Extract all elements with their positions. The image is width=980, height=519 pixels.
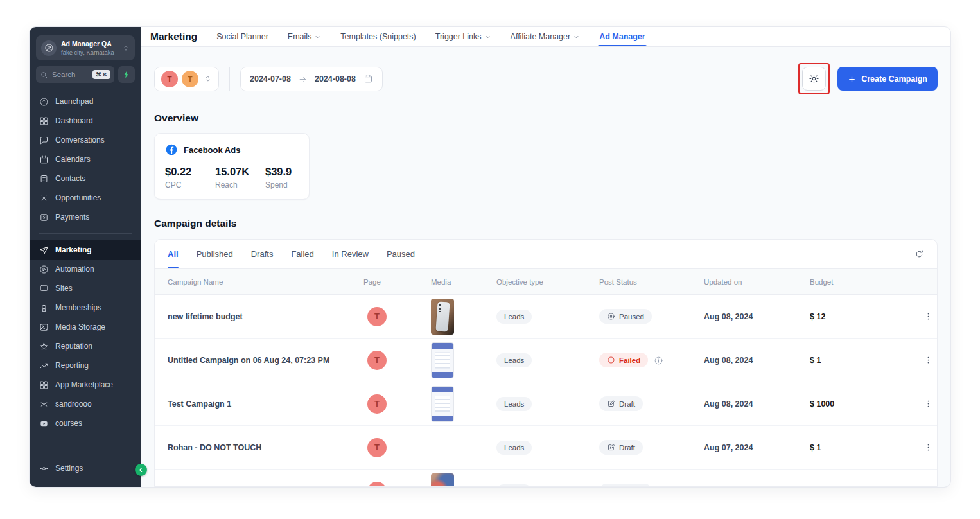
person-pin-icon — [44, 43, 54, 53]
ad-settings-button[interactable] — [802, 67, 826, 91]
status-label: Failed — [619, 356, 640, 364]
campaign-name[interactable]: new lifetime budget — [168, 312, 363, 321]
table-row[interactable]: new lifetime budgetTLeadsPausedAug 08, 2… — [155, 295, 937, 339]
account-switcher[interactable]: Ad Manager QA fake city, Karnataka — [36, 35, 135, 60]
sidebar-item-opportunities[interactable]: Opportunities — [30, 188, 141, 207]
sidebar-item-media-storage[interactable]: Media Storage — [30, 317, 141, 337]
campaign-tab-paused[interactable]: Paused — [387, 249, 415, 259]
row-menu-button[interactable] — [921, 484, 936, 487]
sidebar-item-payments[interactable]: Payments — [30, 207, 141, 227]
campaign-name[interactable]: Untitled Campaign on 06 Aug 24, 07:23 PM — [168, 356, 363, 365]
campaign-tab-published[interactable]: Published — [197, 249, 233, 259]
ad-account-selector[interactable]: TT — [154, 67, 219, 91]
sidebar-item-launchpad[interactable]: Launchpad — [30, 92, 141, 111]
kebab-icon — [923, 312, 933, 321]
table-row[interactable]: Untitled Campaign on 06 Aug 24, 07:23 PM… — [155, 339, 937, 382]
table-row[interactable]: Rohan - DO NOT TOUCHTLeadsDraftAug 07, 2… — [155, 426, 937, 470]
account-location: fake city, Karnataka — [61, 49, 118, 56]
row-menu-button[interactable] — [921, 396, 936, 411]
updated-on: Aug 08, 2024 — [704, 400, 810, 409]
bolt-icon — [122, 70, 131, 79]
objective-cell: Leads — [496, 484, 599, 488]
toolbar-divider — [229, 67, 230, 91]
sidebar-item-settings[interactable]: Settings — [30, 459, 141, 478]
chevron-down-icon — [484, 33, 491, 40]
status-label: Draft — [619, 444, 635, 452]
page-title: Marketing — [150, 31, 197, 42]
account-avatar — [41, 40, 57, 56]
gear-icon — [39, 464, 49, 473]
sidebar-item-conversations[interactable]: Conversations — [30, 130, 141, 150]
sidebar-item-sandroooo[interactable]: sandroooo — [30, 394, 141, 414]
row-menu-button[interactable] — [921, 440, 936, 455]
campaigns-panel: AllPublishedDraftsFailedIn ReviewPaused … — [154, 239, 938, 487]
refresh-button[interactable] — [914, 249, 924, 259]
sidebar-item-dashboard[interactable]: Dashboard — [30, 111, 141, 130]
sidebar-item-reporting[interactable]: Reporting — [30, 356, 141, 375]
date-range-picker[interactable]: 2024-07-08 2024-08-08 — [240, 67, 383, 91]
alert-circle-icon — [607, 356, 615, 364]
campaign-tab-all[interactable]: All — [168, 249, 179, 259]
page-avatar: T — [367, 351, 387, 370]
media-thumbnail-people-photo — [431, 473, 454, 488]
sidebar-item-marketing[interactable]: Marketing — [30, 240, 141, 260]
media-thumbnail-phone-photo — [431, 299, 454, 335]
status-cell: Paused — [599, 309, 704, 324]
status-info-wrap[interactable] — [654, 355, 663, 366]
tab-emails[interactable]: Emails — [288, 27, 322, 46]
table-row[interactable]: Test Campaign 1TLeadsDraftAug 08, 2024$ … — [155, 382, 937, 426]
campaign-tab-in-review[interactable]: In Review — [332, 249, 369, 259]
sidebar-item-app-marketplace[interactable]: App Marketplace — [30, 375, 141, 394]
sidebar-item-automation[interactable]: Automation — [30, 260, 141, 279]
campaign-name[interactable]: Test Campaign 1 — [168, 400, 363, 409]
column-header-media: Media — [431, 278, 496, 286]
chevron-down-icon — [573, 33, 580, 40]
tab-affiliate-manager[interactable]: Affiliate Manager — [511, 27, 581, 46]
stat-label: Spend — [265, 180, 315, 189]
page-cell: T — [363, 307, 431, 326]
campaign-tab-failed[interactable]: Failed — [291, 249, 313, 259]
table-row[interactable]: pando liftimeTLeadsPausedAug 07, 2024$ 4… — [155, 470, 937, 487]
calendar-icon — [39, 155, 49, 164]
row-menu-button[interactable] — [921, 353, 936, 367]
sidebar-item-label: sandroooo — [55, 400, 92, 409]
status-badge-failed: Failed — [599, 353, 648, 367]
sidebar-divider — [39, 233, 132, 234]
sidebar-item-sites[interactable]: Sites — [30, 279, 141, 298]
column-header-updated-on: Updated on — [704, 278, 810, 286]
sidebar-item-memberships[interactable]: Memberships — [30, 298, 141, 317]
stat-reach: 15.07KReach — [215, 166, 265, 189]
tab-trigger-links[interactable]: Trigger Links — [435, 27, 491, 46]
tab-label: Trigger Links — [435, 32, 482, 41]
campaign-name[interactable]: pando liftime — [168, 487, 363, 488]
sidebar-item-courses[interactable]: courses — [30, 414, 141, 433]
campaign-tab-drafts[interactable]: Drafts — [251, 249, 274, 259]
sidebar-item-label: Memberships — [55, 303, 101, 312]
objective-cell: Leads — [496, 310, 599, 324]
media-thumbnail-webpage-screenshot — [431, 342, 454, 378]
tab-ad-manager[interactable]: Ad Manager — [599, 27, 645, 46]
sidebar-item-calendars[interactable]: Calendars — [30, 150, 141, 169]
updated-on: Aug 08, 2024 — [704, 356, 810, 365]
sidebar-item-reputation[interactable]: Reputation — [30, 337, 141, 356]
page-avatar: T — [367, 438, 387, 457]
campaign-name[interactable]: Rohan - DO NOT TOUCH — [168, 443, 363, 452]
status-cell: Failed — [599, 353, 704, 367]
kebab-icon — [923, 443, 933, 452]
sidebar-item-contacts[interactable]: Contacts — [30, 169, 141, 188]
updated-on: Aug 07, 2024 — [704, 487, 810, 488]
sidebar-item-label: Conversations — [55, 136, 105, 145]
media-cell — [431, 342, 496, 378]
sidebar-collapse-button[interactable] — [135, 464, 147, 476]
refresh-icon — [914, 249, 924, 259]
tab-social-planner[interactable]: Social Planner — [216, 27, 268, 46]
tab-templates-snippets[interactable]: Templates (Snippets) — [340, 27, 416, 46]
chevron-down-icon — [314, 33, 321, 40]
search-input[interactable]: Search ⌘ K — [36, 66, 114, 83]
create-campaign-button[interactable]: Create Campaign — [837, 67, 938, 91]
page-cell: T — [363, 438, 431, 457]
objective-badge: Leads — [496, 397, 532, 411]
ai-assistant-button[interactable] — [118, 66, 135, 83]
row-menu-button[interactable] — [921, 309, 936, 324]
arrow-right-icon-wrap — [299, 74, 307, 83]
